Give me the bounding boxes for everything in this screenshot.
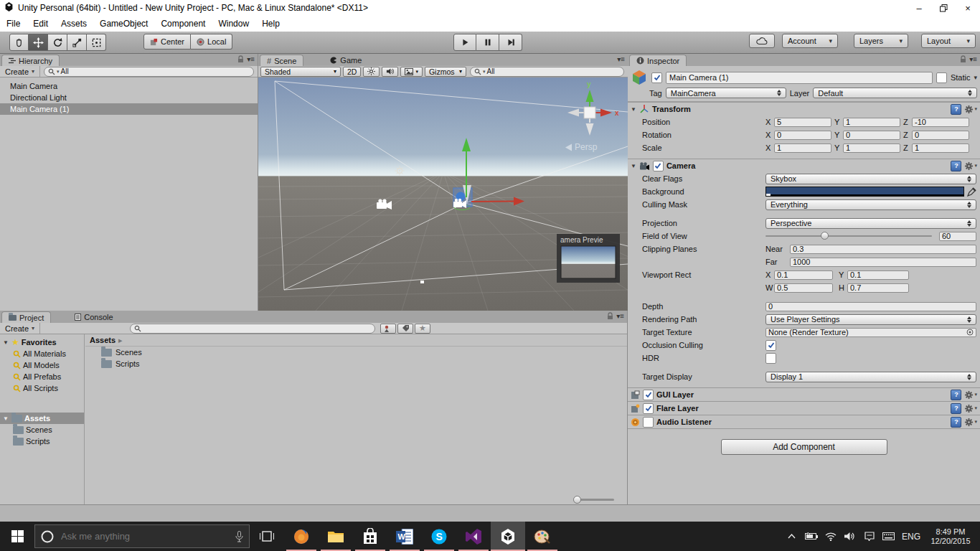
menu-component[interactable]: Component — [154, 16, 212, 32]
breadcrumb[interactable]: Assets ▸ — [85, 334, 627, 347]
layer-dropdown[interactable]: Default — [813, 88, 977, 98]
scale-y-field[interactable]: 1 — [843, 143, 900, 153]
scene-viewport[interactable]: y x Persp amera Previe — [258, 77, 628, 311]
panel-menu-icon[interactable]: ▾≡ — [969, 55, 977, 63]
draw-mode-dropdown[interactable]: Shaded ▾ — [260, 67, 341, 77]
depth-field[interactable]: 0 — [765, 302, 976, 311]
foldout-icon[interactable]: ▼ — [631, 163, 636, 169]
saved-search-button[interactable]: ★ — [415, 324, 430, 334]
rotation-y-field[interactable]: 0 — [843, 131, 900, 140]
wifi-icon[interactable] — [821, 532, 840, 541]
lighting-toggle-button[interactable] — [363, 67, 380, 77]
fov-slider[interactable] — [765, 235, 932, 237]
scale-z-field[interactable]: 1 — [912, 143, 969, 153]
chevron-down-icon[interactable]: ▾ — [415, 69, 418, 75]
occlusion-culling-checkbox[interactable] — [765, 340, 776, 351]
camera-enabled-checkbox[interactable] — [653, 161, 664, 171]
restore-button[interactable] — [931, 0, 956, 16]
hierarchy-search-input[interactable]: ▾ All — [44, 67, 254, 77]
projection-dropdown[interactable]: Perspective — [765, 218, 976, 229]
background-color-swatch[interactable] — [765, 187, 964, 197]
play-button[interactable] — [453, 34, 476, 51]
menu-gameobject[interactable]: GameObject — [93, 16, 154, 32]
lock-icon[interactable] — [237, 55, 244, 63]
help-icon[interactable]: ? — [951, 390, 961, 400]
taskbar-app-word[interactable]: W — [387, 522, 422, 551]
viewport-w-field[interactable]: 0.5 — [774, 283, 833, 293]
favorites-root[interactable]: ▼ ★ Favorites — [0, 336, 84, 348]
audio-listener-header[interactable]: Audio Listener ? ▾ — [628, 415, 980, 429]
menu-window[interactable]: Window — [212, 16, 255, 32]
asset-folder-scenes[interactable]: Scenes — [85, 347, 627, 358]
tab-game[interactable]: Game — [324, 55, 368, 66]
rotate-tool-button[interactable] — [48, 34, 67, 51]
2d-toggle-button[interactable]: 2D — [343, 67, 361, 77]
flare-layer-header[interactable]: Flare Layer ? ▾ — [628, 401, 980, 415]
effects-toggle-button[interactable]: ▾ — [400, 67, 423, 77]
asset-zoom-slider[interactable] — [574, 499, 614, 501]
tab-inspector[interactable]: Inspector — [629, 55, 687, 66]
viewport-x-field[interactable]: 0.1 — [774, 270, 833, 280]
viewport-y-field[interactable]: 0.1 — [847, 270, 909, 280]
close-button[interactable]: × — [956, 0, 980, 16]
taskbar-app-paint[interactable] — [525, 522, 560, 551]
microphone-icon[interactable] — [235, 531, 243, 542]
move-tool-button[interactable] — [29, 34, 48, 51]
gear-icon[interactable]: ▾ — [964, 404, 977, 413]
scene-search-input[interactable]: ▾ All — [470, 67, 624, 77]
search-by-label-button[interactable] — [397, 324, 413, 334]
gui-layer-header[interactable]: GUI Layer ? ▾ — [628, 387, 980, 401]
hierarchy-item-main-camera-1[interactable]: Main Camera (1) — [0, 103, 258, 115]
hierarchy-item-main-camera[interactable]: Main Camera — [0, 80, 258, 92]
lock-icon[interactable] — [960, 55, 966, 63]
task-view-button[interactable] — [250, 522, 284, 551]
foldout-icon[interactable]: ▼ — [3, 415, 9, 422]
taskbar-search-input[interactable] — [60, 530, 230, 542]
tab-scene[interactable]: # Scene — [260, 55, 303, 66]
fov-value-field[interactable]: 60 — [939, 232, 976, 241]
account-dropdown[interactable]: Account ▾ — [782, 34, 838, 48]
rendering-path-dropdown[interactable]: Use Player Settings — [765, 314, 976, 325]
pivot-center-button[interactable]: Center — [143, 34, 191, 50]
menu-file[interactable]: File — [0, 16, 27, 32]
frustum-handle[interactable] — [420, 281, 424, 283]
hierarchy-item-directional-light[interactable]: Directional Light — [0, 92, 258, 103]
taskbar-app-explorer[interactable] — [319, 522, 353, 551]
camera-header[interactable]: ▼ Camera ? ▾ — [628, 159, 980, 172]
panel-menu-icon[interactable]: ▾≡ — [616, 312, 624, 320]
near-field[interactable]: 0.3 — [790, 245, 976, 254]
gear-icon[interactable]: ▾ — [964, 161, 977, 171]
scale-x-field[interactable]: 1 — [774, 143, 831, 153]
asset-folder-scripts[interactable]: Scripts — [85, 358, 627, 369]
panel-menu-icon[interactable]: ▾≡ — [247, 55, 255, 63]
scale-tool-button[interactable] — [67, 34, 87, 51]
x-axis-arrow[interactable] — [471, 202, 514, 202]
volume-icon[interactable] — [840, 532, 859, 541]
target-display-dropdown[interactable]: Display 1 — [765, 372, 976, 382]
taskbar-clock[interactable]: 8:49 PM 12/20/2015 — [924, 527, 977, 546]
tab-hierarchy[interactable]: Hierarchy — [1, 55, 60, 66]
hierarchy-create-button[interactable]: Create ▾ — [0, 66, 40, 77]
pause-button[interactable] — [476, 34, 499, 51]
taskbar-app-store[interactable] — [353, 522, 387, 551]
menu-edit[interactable]: Edit — [27, 16, 55, 32]
project-tree-scenes[interactable]: Scenes — [0, 424, 84, 435]
cortana-search-box[interactable] — [34, 524, 250, 548]
position-z-field[interactable]: -10 — [912, 118, 969, 127]
minimize-button[interactable]: – — [907, 0, 931, 16]
position-x-field[interactable]: 5 — [774, 118, 831, 127]
taskbar-app-firefox[interactable] — [284, 522, 319, 551]
favorite-all-scripts[interactable]: All Scripts — [0, 382, 84, 394]
taskbar-app-visual-studio[interactable] — [456, 522, 491, 551]
gear-icon[interactable]: ▾ — [964, 105, 977, 114]
menu-help[interactable]: Help — [255, 16, 286, 32]
lock-icon[interactable] — [607, 312, 613, 320]
favorite-all-materials[interactable]: All Materials — [0, 348, 84, 359]
layers-dropdown[interactable]: Layers ▾ — [854, 34, 908, 48]
project-tree-scripts[interactable]: Scripts — [0, 435, 84, 447]
audio-listener-checkbox[interactable] — [643, 417, 654, 428]
static-checkbox[interactable] — [936, 72, 947, 83]
gear-icon[interactable]: ▾ — [964, 418, 977, 427]
eyedropper-icon[interactable] — [967, 187, 976, 197]
favorite-all-prefabs[interactable]: All Prefabs — [0, 371, 84, 382]
